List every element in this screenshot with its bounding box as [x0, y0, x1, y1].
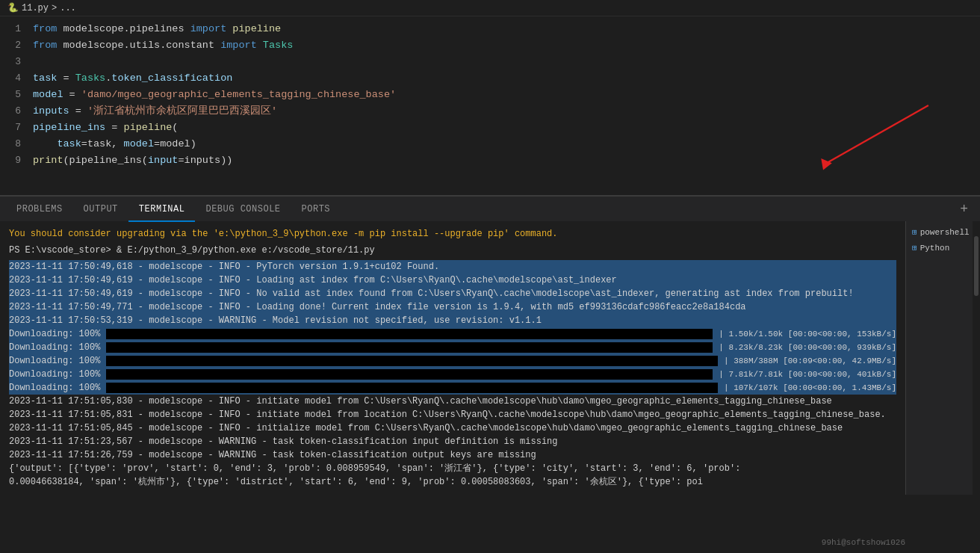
- download-label: Downloading: 100%: [9, 368, 100, 381]
- download-bar: Downloading: 100%| 1.50k/1.50k [00:00<00…: [9, 327, 896, 341]
- progress-bar-wrap: [106, 342, 713, 353]
- log-line: {'output': [{'type': 'prov', 'start': 0,…: [9, 462, 896, 475]
- terminal-sidebar-icon: ⊞: [912, 227, 917, 237]
- code-line: 2from modelscope.utils.constant import T…: [0, 37, 980, 54]
- line-number: 4: [0, 70, 33, 87]
- download-label: Downloading: 100%: [9, 327, 100, 341]
- progress-bar-fill: [106, 369, 713, 380]
- pip-warning: You should consider upgrading via the 'e…: [9, 227, 896, 241]
- log-line: 2023-11-11 17:50:53,319 - modelscope - W…: [9, 314, 896, 327]
- terminal-selected-region: 2023-11-11 17:50:49,618 - modelscope - I…: [9, 260, 896, 395]
- ps-prompt: PS E:\vscode_store> & E:/python_3_9/pyth…: [9, 244, 896, 257]
- download-bar: Downloading: 100%| 388M/388M [00:09<00:0…: [9, 354, 896, 368]
- line-content: print(pipeline_ins(input=inputs)): [33, 152, 980, 169]
- code-line: 5model = 'damo/mgeo_geographic_elements_…: [0, 87, 980, 103]
- log-line: 2023-11-11 17:50:49,771 - modelscope - I…: [9, 300, 896, 314]
- code-line: 4task = Tasks.token_classification: [0, 70, 980, 87]
- log-line: 0.00046638184, 'span': '杭州市'}, {'type': …: [9, 475, 896, 489]
- file-icon: 🐍: [7, 2, 19, 13]
- progress-bar-wrap: [106, 369, 713, 380]
- log-line: 2023-11-11 17:50:49,619 - modelscope - I…: [9, 287, 896, 300]
- line-number: 7: [0, 120, 33, 136]
- progress-info: | 8.23k/8.23k [00:00<00:00, 939kB/s]: [719, 341, 896, 354]
- code-line: 3: [0, 54, 980, 70]
- new-terminal-button[interactable]: +: [954, 202, 974, 217]
- line-content: pipeline_ins = pipeline(: [33, 120, 980, 136]
- download-label: Downloading: 100%: [9, 354, 100, 368]
- code-line: 7pipeline_ins = pipeline(: [0, 120, 980, 136]
- terminal-sidebar-label: powershell: [920, 228, 970, 237]
- progress-info: | 7.81k/7.81k [00:00<00:00, 401kB/s]: [719, 368, 896, 381]
- panel-tab-output[interactable]: OUTPUT: [73, 197, 128, 222]
- log-line: 2023-11-11 17:51:05,830 - modelscope - I…: [9, 395, 896, 408]
- scrollbar[interactable]: [973, 221, 980, 495]
- breadcrumb-ellipsis: ...: [60, 3, 76, 13]
- line-content: task = Tasks.token_classification: [33, 70, 980, 87]
- panel-tab-debug-console[interactable]: DEBUG CONSOLE: [195, 197, 291, 222]
- progress-info: | 388M/388M [00:09<00:00, 42.9MB/s]: [724, 354, 896, 368]
- progress-bar-fill: [106, 329, 713, 339]
- watermark: 99hi@softshow1026: [822, 538, 905, 547]
- panel-tab-problems[interactable]: PROBLEMS: [6, 197, 73, 222]
- editor: 1from modelscope.pipelines import pipeli…: [0, 16, 980, 196]
- breadcrumb-sep: >: [52, 3, 57, 13]
- line-number: 9: [0, 152, 33, 169]
- download-bar: Downloading: 100%| 8.23k/8.23k [00:00<00…: [9, 341, 896, 354]
- line-number: 3: [0, 54, 33, 70]
- log-line: 2023-11-11 17:50:49,618 - modelscope - I…: [9, 260, 896, 274]
- download-bar: Downloading: 100%| 107k/107k [00:00<00:0…: [9, 381, 896, 395]
- terminal-output[interactable]: You should consider upgrading via the 'e…: [0, 221, 905, 495]
- progress-bar-fill: [106, 383, 718, 393]
- download-bar: Downloading: 100%| 7.81k/7.81k [00:00<00…: [9, 368, 896, 381]
- line-number: 2: [0, 37, 33, 54]
- breadcrumb-file[interactable]: 11.py: [22, 3, 49, 13]
- progress-bar-fill: [106, 356, 718, 366]
- line-content: from modelscope.utils.constant import Ta…: [33, 37, 980, 54]
- log-line: 2023-11-11 17:51:05,831 - modelscope - I…: [9, 408, 896, 421]
- progress-info: | 107k/107k [00:00<00:00, 1.43MB/s]: [724, 381, 896, 395]
- terminal-sidebar-label: Python: [920, 244, 950, 253]
- code-line: 8 task=task, model=model): [0, 136, 980, 152]
- terminal-sidebar-item[interactable]: ⊞Python: [906, 240, 973, 256]
- panel-tab-ports[interactable]: PORTS: [291, 197, 341, 222]
- scrollbar-thumb[interactable]: [974, 236, 979, 296]
- code-line: 6inputs = '浙江省杭州市余杭区阿里巴巴西溪园区': [0, 103, 980, 120]
- progress-bar-wrap: [106, 383, 718, 393]
- line-content: from modelscope.pipelines import pipelin…: [33, 21, 980, 37]
- code-line: 9print(pipeline_ins(input=inputs)): [0, 152, 980, 169]
- terminal-sidebar-item[interactable]: ⊞powershell: [906, 224, 973, 240]
- log-line: 2023-11-11 17:51:23,567 - modelscope - W…: [9, 435, 896, 448]
- panel-tab-terminal[interactable]: TERMINAL: [128, 197, 196, 222]
- line-number: 6: [0, 103, 33, 120]
- log-line: 2023-11-11 17:50:49,619 - modelscope - I…: [9, 274, 896, 287]
- panel-tabs: PROBLEMSOUTPUTTERMINALDEBUG CONSOLEPORTS…: [0, 196, 980, 221]
- code-area: 1from modelscope.pipelines import pipeli…: [0, 16, 980, 195]
- download-label: Downloading: 100%: [9, 381, 100, 395]
- progress-bar-fill: [106, 342, 713, 353]
- terminal-sidebar: ⊞powershell⊞Python: [905, 221, 973, 495]
- terminal-sidebar-icon: ⊞: [912, 243, 917, 253]
- line-number: 1: [0, 21, 33, 37]
- progress-bar-wrap: [106, 356, 718, 366]
- progress-info: | 1.50k/1.50k [00:00<00:00, 153kB/s]: [719, 327, 896, 341]
- terminal-panel: You should consider upgrading via the 'e…: [0, 221, 980, 495]
- log-line: 2023-11-11 17:51:05,845 - modelscope - I…: [9, 421, 896, 435]
- progress-bar-wrap: [106, 329, 713, 339]
- line-number: 8: [0, 136, 33, 152]
- line-content: task=task, model=model): [33, 136, 980, 152]
- line-number: 5: [0, 87, 33, 103]
- line-content: inputs = '浙江省杭州市余杭区阿里巴巴西溪园区': [33, 103, 980, 120]
- code-line: 1from modelscope.pipelines import pipeli…: [0, 21, 980, 37]
- line-content: model = 'damo/mgeo_geographic_elements_t…: [33, 87, 980, 103]
- breadcrumb: 🐍 11.py > ...: [0, 0, 980, 16]
- download-label: Downloading: 100%: [9, 341, 100, 354]
- log-line: 2023-11-11 17:51:26,759 - modelscope - W…: [9, 448, 896, 462]
